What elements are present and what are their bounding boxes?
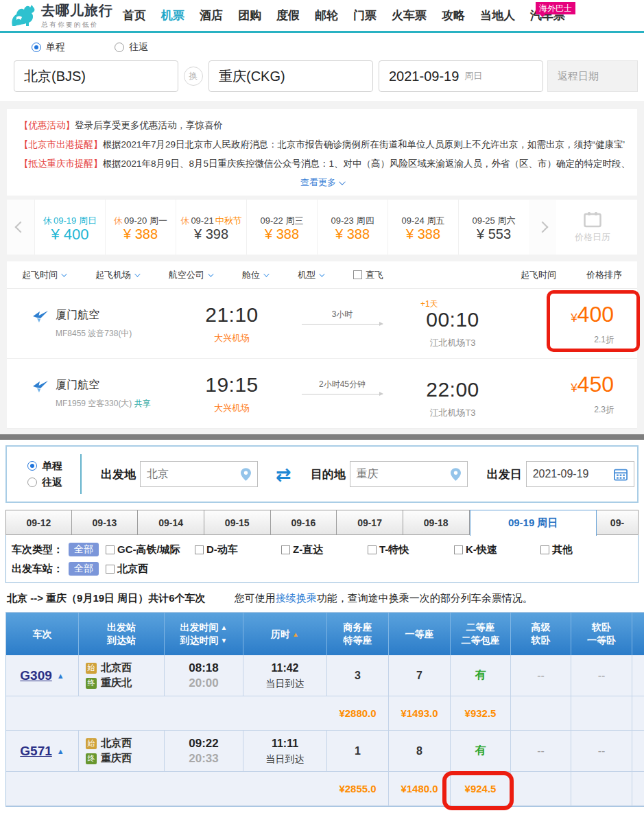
first-class-seats: 7 [416, 670, 422, 682]
train-tab-0918[interactable]: 09-18 [403, 510, 470, 535]
checkbox-icon [540, 545, 549, 554]
show-more-button[interactable]: 查看更多 [19, 174, 625, 193]
duration: 11:11 [272, 736, 298, 751]
train-price-row-g571: ¥2855.0 ¥1480.0 ¥924.5 [6, 772, 644, 806]
sort-by-time[interactable]: 起飞时间 [521, 269, 556, 281]
one-way-radio[interactable]: 单程 [32, 41, 65, 54]
collapse-triangle-icon[interactable]: ▲ [57, 672, 64, 680]
train-number-link[interactable]: G309 [20, 668, 51, 683]
nav-cruise[interactable]: 邮轮 [315, 8, 338, 23]
train-tab-0917[interactable]: 09-17 [337, 510, 403, 535]
train-swap-button[interactable]: ⇄ [276, 464, 291, 485]
qunar-logo[interactable]: 去哪儿旅行 总有你要的低价 [8, 1, 113, 30]
col-overflow [632, 613, 644, 655]
nav-hotels[interactable]: 酒店 [200, 8, 223, 23]
duration-arrow-line [302, 394, 383, 394]
train-tab-0919-selected[interactable]: 09-19 周日 [470, 510, 597, 536]
next-day-label: +1天 [401, 298, 504, 308]
train-from-input[interactable]: 北京 [140, 461, 258, 487]
train-round-trip-radio[interactable]: 往返 [27, 476, 62, 489]
train-tab-0912[interactable]: 09-12 [5, 510, 72, 535]
arrival-city-input[interactable]: 重庆(CKG) [208, 60, 373, 92]
type-all-button[interactable]: 全部 [69, 543, 99, 556]
type-k-checkbox[interactable]: K-快速 [454, 543, 540, 556]
arrive-time: 20:33 [189, 751, 218, 766]
filter-airline[interactable]: 航空公司 [169, 269, 212, 281]
to-label: 目的地 [311, 467, 346, 482]
train-tab-0913[interactable]: 09-13 [72, 510, 139, 535]
col-duration-sortable[interactable]: 历时▲ [243, 613, 327, 655]
nav-train[interactable]: 火车票 [392, 8, 427, 23]
price-calendar-button[interactable]: 价格日历 [560, 200, 625, 255]
departure-airport: 大兴机场 [180, 332, 283, 344]
train-tab-overflow[interactable]: 09- [597, 510, 639, 535]
date-tab-0922[interactable]: 09-22 周三 ¥ 388 [246, 200, 317, 255]
train-tab-0916[interactable]: 09-16 [271, 510, 337, 535]
nav-home[interactable]: 首页 [123, 8, 146, 23]
prev-dates-button[interactable] [7, 200, 34, 255]
filter-aircraft[interactable]: 机型 [298, 269, 323, 281]
business-seats: 1 [355, 745, 361, 757]
type-other-checkbox[interactable]: 其他 [540, 543, 627, 556]
flight-row-mf8455[interactable]: 厦门航空 MF8455 波音738(中) 21:10 大兴机场 3小时 +1天 … [7, 289, 637, 359]
transfer-link[interactable]: 接续换乘 [276, 592, 317, 604]
duration-arrow-line [302, 324, 383, 325]
type-t-checkbox[interactable]: T-特快 [368, 543, 454, 556]
nav-tickets[interactable]: 门票 [353, 8, 377, 23]
train-tab-0914[interactable]: 09-14 [138, 510, 204, 535]
date-tab-0925[interactable]: 09-25 周六 ¥ 553 [458, 200, 529, 255]
train-number-link[interactable]: G571 [20, 744, 51, 759]
swap-cities-button[interactable]: 换 [184, 67, 203, 86]
filter-depart-time[interactable]: 起飞时间 [22, 269, 65, 281]
date-tab-0921[interactable]: 休09-21中秋节 ¥ 398 [176, 200, 246, 255]
nav-deals[interactable]: 团购 [238, 8, 261, 23]
first-class-price: ¥1493.0 [401, 707, 438, 719]
train-to-input[interactable]: 重庆 [350, 461, 468, 487]
train-one-way-radio[interactable]: 单程 [27, 460, 62, 473]
nav-locals[interactable]: 当地人 [480, 8, 515, 23]
origin-badge: 始 [86, 738, 97, 749]
type-d-checkbox[interactable]: D-动车 [195, 543, 281, 556]
train-tab-0915[interactable]: 09-15 [204, 510, 271, 535]
type-z-checkbox[interactable]: Z-直达 [281, 543, 368, 556]
origin-station: 北京西 [101, 737, 132, 750]
business-price: ¥2880.0 [339, 707, 376, 719]
train-filter-panel: 车次类型： 全部 GC-高铁/城际 D-动车 Z-直达 T-特快 K-快速 其他… [5, 534, 639, 583]
date-tab-0923[interactable]: 09-23 周四 ¥ 388 [317, 200, 387, 255]
flight-code: MF8455 波音738(中) [56, 329, 132, 338]
depart-date-input[interactable]: 2021-09-19 周日 [379, 60, 543, 92]
camel-logo-icon [8, 3, 37, 28]
type-gc-checkbox[interactable]: GC-高铁/城际 [106, 543, 195, 556]
departure-city-input[interactable]: 北京(BJS) [14, 60, 178, 92]
terminal-badge: 终 [86, 753, 97, 764]
filter-cabin[interactable]: 舱位 [242, 269, 267, 281]
filter-depart-airport[interactable]: 起飞机场 [95, 269, 139, 281]
flight-filter-bar: 起飞时间 起飞机场 航空公司 舱位 机型 直飞 起飞时间 价格排序 [7, 261, 637, 289]
direct-only-checkbox[interactable]: 直飞 [353, 269, 383, 281]
date-tab-0920[interactable]: 休09-20 周一 ¥ 388 [105, 200, 176, 255]
second-class-seats: 有 [475, 668, 486, 683]
nav-flights[interactable]: 机票 [161, 8, 184, 23]
sort-by-price[interactable]: 价格排序 [586, 269, 622, 281]
radio-unselected-icon [115, 43, 124, 52]
nav-guides[interactable]: 攻略 [442, 8, 465, 23]
arrival-airport: 江北机场T3 [401, 407, 504, 419]
station-beijingxi-checkbox[interactable]: 北京西 [106, 563, 192, 576]
station-all-button[interactable]: 全部 [69, 562, 99, 576]
date-tab-0924[interactable]: 09-24 周五 ¥ 388 [387, 200, 458, 255]
flight-row-mf1959[interactable]: 厦门航空 MF1959 空客330(大)共享 19:15 大兴机场 2小时45分… [7, 359, 637, 429]
collapse-triangle-icon[interactable]: ▲ [57, 747, 64, 755]
round-trip-radio[interactable]: 往返 [115, 41, 148, 54]
nav-vacation[interactable]: 度假 [276, 8, 300, 23]
train-table: 车次 出发站到达站 出发时间▲ 到达时间▼ 历时▲ 商务座特等座 一等座 二等座… [5, 612, 644, 807]
date-tab-0919[interactable]: 休09-19 周日 ¥ 400 [34, 200, 105, 255]
col-business: 商务座特等座 [327, 613, 389, 655]
return-date-input[interactable]: 返程日期 [547, 60, 638, 92]
train-type-label: 车次类型： [12, 543, 63, 556]
first-class-seats: 8 [416, 745, 422, 757]
train-date-input[interactable]: 2021-09-19 [526, 461, 634, 487]
depart-weekday: 周日 [464, 70, 482, 82]
notice-line: 【优惠活动】登录后享受更多优惠活动，享惊喜价 [19, 116, 625, 135]
col-times-sortable[interactable]: 出发时间▲ 到达时间▼ [165, 613, 243, 655]
next-dates-button[interactable] [529, 200, 556, 255]
